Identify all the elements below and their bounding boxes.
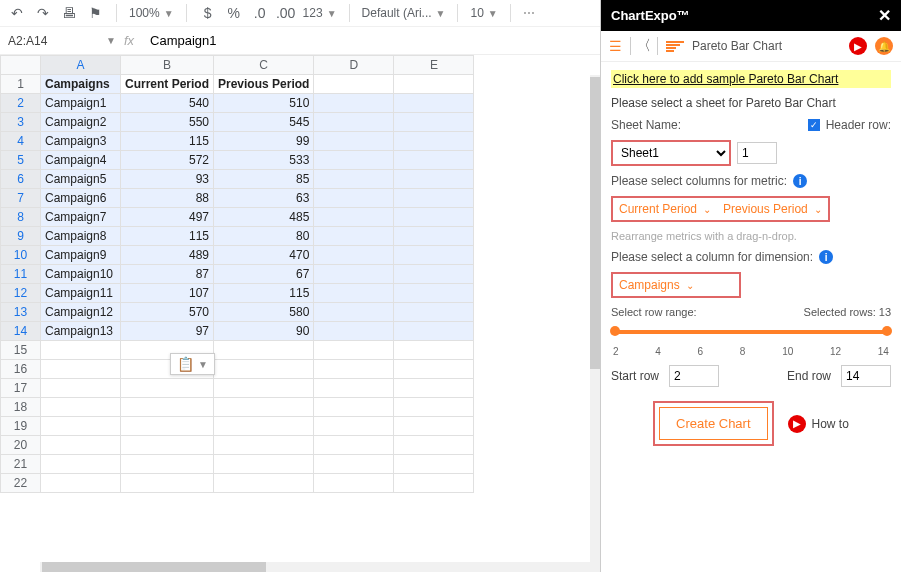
cell[interactable]: Campaign12 xyxy=(41,303,121,322)
cell[interactable] xyxy=(394,436,474,455)
cell[interactable]: Campaign1 xyxy=(41,94,121,113)
cell[interactable]: Campaign10 xyxy=(41,265,121,284)
horizontal-scrollbar[interactable] xyxy=(40,562,600,572)
cell[interactable] xyxy=(394,322,474,341)
cell[interactable] xyxy=(394,75,474,94)
cell[interactable] xyxy=(41,455,121,474)
number-format-dropdown[interactable]: 123▼ xyxy=(303,6,337,20)
cell[interactable]: 107 xyxy=(121,284,214,303)
print-icon[interactable]: 🖶 xyxy=(60,5,78,21)
cell[interactable] xyxy=(314,265,394,284)
cell[interactable] xyxy=(214,474,314,493)
cell[interactable]: 67 xyxy=(214,265,314,284)
cell[interactable] xyxy=(394,132,474,151)
header-row-checkbox[interactable]: ✓ xyxy=(808,119,820,131)
cell[interactable] xyxy=(41,436,121,455)
cell[interactable] xyxy=(121,379,214,398)
cell[interactable] xyxy=(314,94,394,113)
formula-bar[interactable] xyxy=(142,31,592,50)
cell[interactable]: 497 xyxy=(121,208,214,227)
toolbar-more-icon[interactable]: ⋯ xyxy=(523,6,535,20)
menu-icon[interactable]: ☰ xyxy=(609,38,622,54)
cell[interactable] xyxy=(314,189,394,208)
cell[interactable] xyxy=(394,113,474,132)
name-box[interactable] xyxy=(8,34,98,48)
cell[interactable] xyxy=(314,455,394,474)
cell[interactable] xyxy=(314,113,394,132)
cell[interactable] xyxy=(214,398,314,417)
cell[interactable] xyxy=(314,75,394,94)
cell[interactable] xyxy=(314,151,394,170)
cell[interactable] xyxy=(394,284,474,303)
cell[interactable]: 115 xyxy=(121,227,214,246)
cell[interactable] xyxy=(214,360,314,379)
cell[interactable] xyxy=(121,436,214,455)
paste-options-widget[interactable]: 📋▼ xyxy=(170,353,215,375)
cell[interactable]: Campaign2 xyxy=(41,113,121,132)
add-sample-link[interactable]: Click here to add sample Pareto Bar Char… xyxy=(611,70,891,88)
cell[interactable] xyxy=(41,417,121,436)
cell[interactable]: Current Period xyxy=(121,75,214,94)
cell[interactable] xyxy=(214,341,314,360)
info-icon[interactable]: i xyxy=(819,250,833,264)
cell[interactable]: 580 xyxy=(214,303,314,322)
header-row-input[interactable] xyxy=(737,142,777,164)
cell[interactable]: 510 xyxy=(214,94,314,113)
cell[interactable]: Campaign7 xyxy=(41,208,121,227)
create-chart-button[interactable]: Create Chart xyxy=(659,407,767,440)
cell[interactable] xyxy=(394,151,474,170)
cell[interactable]: Previous Period xyxy=(214,75,314,94)
youtube-icon[interactable]: ▶ xyxy=(849,37,867,55)
bell-icon[interactable]: 🔔 xyxy=(875,37,893,55)
cell[interactable] xyxy=(314,208,394,227)
back-icon[interactable]: 〈 xyxy=(630,37,658,55)
cell[interactable]: 90 xyxy=(214,322,314,341)
cell[interactable]: Campaign4 xyxy=(41,151,121,170)
name-box-dropdown-icon[interactable]: ▼ xyxy=(106,35,116,46)
cell[interactable] xyxy=(394,474,474,493)
vertical-scrollbar[interactable] xyxy=(590,75,600,562)
redo-icon[interactable]: ↷ xyxy=(34,5,52,21)
cell[interactable] xyxy=(121,417,214,436)
cell[interactable] xyxy=(394,170,474,189)
cell[interactable] xyxy=(314,417,394,436)
cell[interactable]: 533 xyxy=(214,151,314,170)
cell[interactable]: Campaign13 xyxy=(41,322,121,341)
cell[interactable]: 570 xyxy=(121,303,214,322)
cell[interactable] xyxy=(394,94,474,113)
cell[interactable]: 88 xyxy=(121,189,214,208)
cell[interactable] xyxy=(214,455,314,474)
cell[interactable] xyxy=(121,474,214,493)
cell[interactable]: Campaign9 xyxy=(41,246,121,265)
cell[interactable] xyxy=(314,284,394,303)
metric-chip-previous[interactable]: Previous Period⌄ xyxy=(723,202,822,216)
cell[interactable] xyxy=(314,341,394,360)
cell[interactable]: 80 xyxy=(214,227,314,246)
cell[interactable]: 489 xyxy=(121,246,214,265)
cell[interactable]: 93 xyxy=(121,170,214,189)
cell[interactable]: 572 xyxy=(121,151,214,170)
cell[interactable]: 545 xyxy=(214,113,314,132)
cell[interactable]: 115 xyxy=(121,132,214,151)
font-dropdown[interactable]: Default (Ari...▼ xyxy=(362,6,446,20)
cell[interactable] xyxy=(314,436,394,455)
cell[interactable] xyxy=(214,417,314,436)
cell[interactable]: 85 xyxy=(214,170,314,189)
cell[interactable] xyxy=(214,379,314,398)
cell[interactable]: 63 xyxy=(214,189,314,208)
cell[interactable] xyxy=(41,360,121,379)
cell[interactable] xyxy=(214,436,314,455)
undo-icon[interactable]: ↶ xyxy=(8,5,26,21)
cell[interactable]: 99 xyxy=(214,132,314,151)
cell[interactable] xyxy=(314,322,394,341)
how-to-link[interactable]: ▶ How to xyxy=(788,415,849,433)
cell[interactable] xyxy=(394,341,474,360)
start-row-input[interactable] xyxy=(669,365,719,387)
cell[interactable] xyxy=(394,208,474,227)
cell[interactable] xyxy=(394,417,474,436)
cell[interactable]: 87 xyxy=(121,265,214,284)
cell[interactable]: 550 xyxy=(121,113,214,132)
cell[interactable]: 115 xyxy=(214,284,314,303)
cell[interactable]: 485 xyxy=(214,208,314,227)
cell[interactable] xyxy=(314,227,394,246)
